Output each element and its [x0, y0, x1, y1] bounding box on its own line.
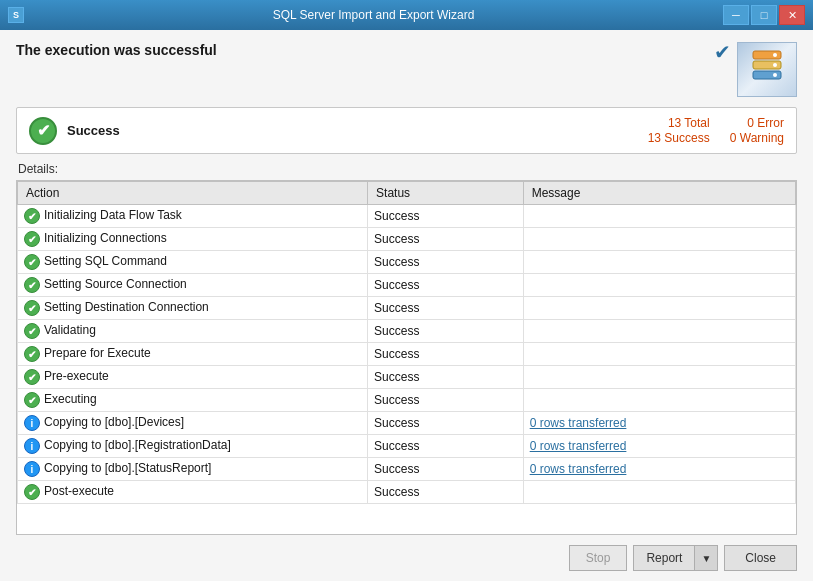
table-cell-status: Success — [368, 389, 524, 412]
count-group-total-success: 13 Total 13 Success — [648, 116, 710, 145]
table-cell-action: ✔Initializing Data Flow Task — [18, 205, 368, 228]
table-cell-message — [523, 366, 795, 389]
report-button[interactable]: Report — [633, 545, 694, 571]
info-row-icon: i — [24, 415, 40, 431]
success-row-icon: ✔ — [24, 484, 40, 500]
table-cell-action: ✔Pre-execute — [18, 366, 368, 389]
table-row: ✔Post-executeSuccess — [18, 481, 796, 504]
col-header-action: Action — [18, 182, 368, 205]
table-cell-message — [523, 228, 795, 251]
title-bar: S SQL Server Import and Export Wizard ─ … — [0, 0, 813, 30]
status-panel: ✔ Success 13 Total 13 Success 0 Error 0 … — [16, 107, 797, 154]
status-counts: 13 Total 13 Success 0 Error 0 Warning — [648, 116, 784, 145]
table-row: ✔Pre-executeSuccess — [18, 366, 796, 389]
table-cell-action: ✔Initializing Connections — [18, 228, 368, 251]
table-row: ✔Setting SQL CommandSuccess — [18, 251, 796, 274]
stop-button[interactable]: Stop — [569, 545, 628, 571]
total-count: 13 Total — [668, 116, 710, 130]
wizard-icon — [747, 49, 787, 91]
table-cell-action: iCopying to [dbo].[RegistrationData] — [18, 435, 368, 458]
col-header-message: Message — [523, 182, 795, 205]
close-button[interactable]: Close — [724, 545, 797, 571]
table-cell-message — [523, 481, 795, 504]
table-row: ✔Setting Destination ConnectionSuccess — [18, 297, 796, 320]
table-row: iCopying to [dbo].[Devices]Success0 rows… — [18, 412, 796, 435]
success-row-icon: ✔ — [24, 323, 40, 339]
table-cell-action: ✔Setting SQL Command — [18, 251, 368, 274]
success-count: 13 Success — [648, 131, 710, 145]
status-label: Success — [67, 123, 648, 138]
table-cell-action: ✔Setting Source Connection — [18, 274, 368, 297]
window-title: SQL Server Import and Export Wizard — [24, 8, 723, 22]
success-row-icon: ✔ — [24, 392, 40, 408]
execution-text: The execution was successful — [16, 42, 217, 58]
info-row-icon: i — [24, 461, 40, 477]
table-cell-status: Success — [368, 458, 524, 481]
table-cell-message — [523, 320, 795, 343]
window-controls: ─ □ ✕ — [723, 5, 805, 25]
table-cell-message — [523, 274, 795, 297]
success-row-icon: ✔ — [24, 254, 40, 270]
table-cell-status: Success — [368, 481, 524, 504]
info-row-icon: i — [24, 438, 40, 454]
report-button-group: Report ▼ — [633, 545, 718, 571]
table-cell-message — [523, 389, 795, 412]
count-group-error-warning: 0 Error 0 Warning — [730, 116, 784, 145]
table-cell-message: 0 rows transferred — [523, 458, 795, 481]
rows-transferred-link[interactable]: 0 rows transferred — [530, 462, 627, 476]
table-cell-action: ✔Setting Destination Connection — [18, 297, 368, 320]
table-row: ✔Initializing Data Flow TaskSuccess — [18, 205, 796, 228]
table-cell-status: Success — [368, 297, 524, 320]
table-cell-message — [523, 343, 795, 366]
error-count: 0 Error — [747, 116, 784, 130]
rows-transferred-link[interactable]: 0 rows transferred — [530, 416, 627, 430]
table-cell-message: 0 rows transferred — [523, 412, 795, 435]
header-area: The execution was successful ✔ — [16, 42, 797, 97]
success-row-icon: ✔ — [24, 231, 40, 247]
table-cell-status: Success — [368, 435, 524, 458]
status-success-icon: ✔ — [29, 117, 57, 145]
table-cell-status: Success — [368, 320, 524, 343]
table-row: ✔Setting Source ConnectionSuccess — [18, 274, 796, 297]
table-row: iCopying to [dbo].[StatusReport]Success0… — [18, 458, 796, 481]
rows-transferred-link[interactable]: 0 rows transferred — [530, 439, 627, 453]
close-window-button[interactable]: ✕ — [779, 5, 805, 25]
table-cell-status: Success — [368, 205, 524, 228]
table-cell-status: Success — [368, 251, 524, 274]
success-row-icon: ✔ — [24, 300, 40, 316]
table-row: ✔Prepare for ExecuteSuccess — [18, 343, 796, 366]
success-row-icon: ✔ — [24, 208, 40, 224]
table-cell-action: ✔Post-execute — [18, 481, 368, 504]
table-cell-message: 0 rows transferred — [523, 435, 795, 458]
table-header-row: Action Status Message — [18, 182, 796, 205]
details-table-container[interactable]: Action Status Message ✔Initializing Data… — [16, 180, 797, 535]
window-body: The execution was successful ✔ ✔ Success — [0, 30, 813, 581]
success-row-icon: ✔ — [24, 277, 40, 293]
table-cell-message — [523, 297, 795, 320]
table-cell-action: iCopying to [dbo].[StatusReport] — [18, 458, 368, 481]
header-checkmark-icon: ✔ — [714, 42, 731, 62]
table-cell-status: Success — [368, 366, 524, 389]
minimize-button[interactable]: ─ — [723, 5, 749, 25]
header-decorative-image — [737, 42, 797, 97]
report-dropdown-arrow[interactable]: ▼ — [694, 545, 718, 571]
success-row-icon: ✔ — [24, 346, 40, 362]
maximize-button[interactable]: □ — [751, 5, 777, 25]
table-cell-action: ✔Validating — [18, 320, 368, 343]
table-cell-status: Success — [368, 412, 524, 435]
table-cell-action: ✔Executing — [18, 389, 368, 412]
success-row-icon: ✔ — [24, 369, 40, 385]
table-row: ✔Initializing ConnectionsSuccess — [18, 228, 796, 251]
table-cell-action: iCopying to [dbo].[Devices] — [18, 412, 368, 435]
table-cell-message — [523, 251, 795, 274]
table-cell-message — [523, 205, 795, 228]
details-label: Details: — [16, 162, 797, 176]
svg-point-4 — [773, 63, 777, 67]
window-icon: S — [8, 7, 24, 23]
col-header-status: Status — [368, 182, 524, 205]
table-cell-action: ✔Prepare for Execute — [18, 343, 368, 366]
table-cell-status: Success — [368, 274, 524, 297]
svg-point-3 — [773, 53, 777, 57]
table-cell-status: Success — [368, 343, 524, 366]
bottom-bar: Stop Report ▼ Close — [16, 545, 797, 571]
